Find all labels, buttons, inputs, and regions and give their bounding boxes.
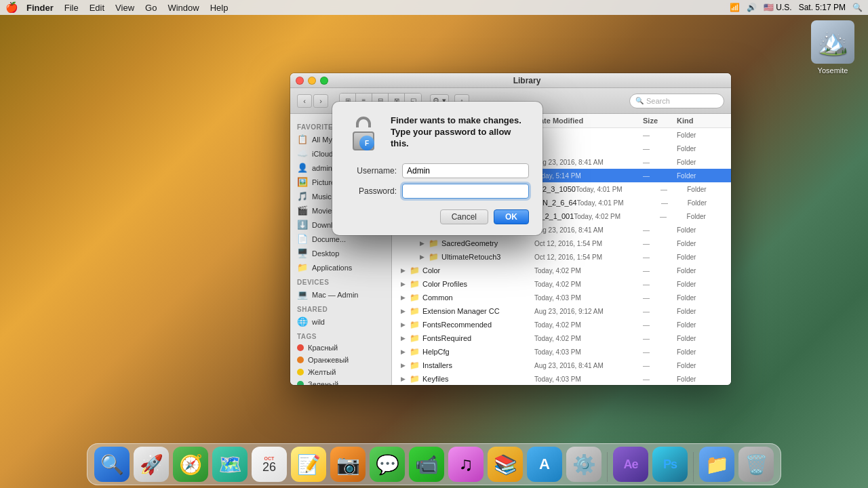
dock-books[interactable]: 📚 — [488, 447, 523, 482]
tag-label: Оранжевый — [308, 356, 349, 364]
menubar-search[interactable]: 🔍 — [852, 3, 863, 12]
dock-launchpad[interactable]: 🚀 — [134, 447, 169, 482]
row-toggle-icon: ▶ — [399, 335, 407, 342]
row-kind: Folder — [677, 159, 724, 166]
table-row[interactable]: ▶ 📁 FontsRecommended Today, 4:02 PM — Fo… — [392, 318, 731, 331]
row-kind: Folder — [688, 199, 724, 207]
maximize-button[interactable] — [320, 77, 328, 85]
sidebar-tag-green[interactable]: Зеленый — [290, 378, 391, 385]
sidebar-item-desktop[interactable]: 🖥️ Desktop — [290, 246, 391, 260]
row-toggle-icon: ▶ — [399, 321, 407, 328]
dock-calendar[interactable]: OCT 26 — [252, 447, 287, 482]
sidebar-item-applications[interactable]: 📁 Applications — [290, 260, 391, 274]
row-filename: HelpCfg — [422, 348, 450, 356]
dock-trash[interactable]: 🗑️ — [738, 447, 774, 482]
dock-appstore[interactable]: A — [527, 447, 562, 482]
sidebar-item-mac[interactable]: 💻 Mac — Admin — [290, 287, 391, 302]
row-size: — — [643, 226, 677, 234]
dock-itunes[interactable]: ♫ — [448, 447, 484, 482]
dock-safari[interactable]: 🧭 — [173, 447, 208, 482]
menu-edit[interactable]: Edit — [90, 3, 104, 13]
table-row[interactable]: ▶ 📁 HelpCfg Today, 4:03 PM — Folder — [392, 345, 731, 359]
row-date: Today, 4:02 PM — [534, 281, 643, 288]
apple-menu[interactable]: 🍎 — [5, 1, 18, 14]
folder-icon: 📁 — [410, 361, 420, 370]
row-size: — — [643, 321, 677, 329]
tag-label: Зеленый — [308, 380, 338, 385]
kind-column-header[interactable]: Kind — [677, 117, 724, 125]
dock-sysprefs[interactable]: ⚙️ — [566, 447, 601, 482]
size-column-header[interactable]: Size — [643, 117, 677, 125]
menubar-locale[interactable]: 🇺🇸 U.S. — [764, 3, 792, 12]
dock-ps[interactable]: Ps — [652, 447, 688, 482]
sidebar-item-wild[interactable]: 🌐 wild — [290, 314, 391, 329]
auth-dialog: F Finder wants to make changes. Type you… — [332, 102, 542, 235]
menubar-volume[interactable]: 🔊 — [747, 3, 757, 12]
table-row[interactable]: ▶ 📁 SacredGeometry Oct 12, 2016, 1:54 PM… — [392, 237, 731, 250]
cancel-button[interactable]: Cancel — [440, 209, 488, 224]
row-filename: UltimateRetouch3 — [441, 253, 500, 261]
dock-ae[interactable]: Ae — [613, 447, 648, 482]
row-size: — — [643, 335, 677, 342]
table-row[interactable]: ▶ 📁 Installers Aug 23, 2016, 8:41 AM — F… — [392, 359, 731, 372]
table-row[interactable]: ▶ 📁 UltimateRetouch3 Oct 12, 2016, 1:54 … — [392, 250, 731, 264]
menu-help[interactable]: Help — [210, 3, 229, 13]
table-row[interactable]: ▶ 📁 Keyfiles Today, 4:03 PM — Folder — [392, 372, 731, 385]
window-controls[interactable] — [296, 77, 328, 85]
row-date: Today, 4:02 PM — [534, 321, 643, 329]
close-button[interactable] — [296, 77, 304, 85]
finder-titlebar: Library — [290, 73, 731, 88]
folder-icon: 📁 — [429, 252, 439, 262]
sidebar-item-label: Music — [312, 192, 332, 201]
menu-file[interactable]: File — [64, 3, 79, 13]
dock-finder[interactable]: 🔍 — [94, 447, 130, 482]
lock-body: F — [353, 131, 374, 150]
row-size: — — [643, 267, 677, 274]
password-input[interactable] — [402, 184, 529, 199]
row-date: Oct 12, 2016, 1:54 PM — [534, 253, 643, 261]
sidebar-tag-yellow[interactable]: Желтый — [290, 366, 391, 378]
table-row[interactable]: ▶ 📁 FontsRequired Today, 4:02 PM — Folde… — [392, 331, 731, 345]
menubar-wifi[interactable]: 📶 — [730, 3, 740, 12]
row-date: Today, 4:03 PM — [534, 348, 643, 356]
minimize-button[interactable] — [308, 77, 316, 85]
ok-button[interactable]: OK — [494, 209, 529, 224]
table-row[interactable]: ▶ 📁 Extension Manager CC Aug 23, 2016, 9… — [392, 304, 731, 318]
yosemite-desktop-icon[interactable]: 🏔️ Yosemite — [811, 20, 854, 75]
sidebar-item-label: admin — [312, 164, 332, 172]
sidebar-tag-orange[interactable]: Оранжевый — [290, 354, 391, 366]
dialog-fields: Username: Password: — [346, 163, 529, 199]
row-date: Oct 12, 2016, 1:54 PM — [534, 240, 643, 247]
date-column-header[interactable]: Date Modified — [534, 117, 643, 125]
username-input[interactable] — [402, 163, 529, 178]
dock-maps[interactable]: 🗺️ — [212, 447, 248, 482]
finder-badge: F — [359, 136, 374, 150]
search-field[interactable]: 🔍 Search — [629, 94, 724, 108]
menu-window[interactable]: Window — [167, 3, 199, 13]
dock-photos[interactable]: 📷 — [330, 447, 366, 482]
menu-go[interactable]: Go — [145, 3, 157, 13]
tag-label: Красный — [308, 344, 338, 352]
menu-finder[interactable]: Finder — [26, 3, 54, 13]
all-files-icon: 📋 — [297, 134, 308, 144]
menu-view[interactable]: View — [115, 3, 134, 13]
table-row[interactable]: ▶ 📁 Color Profiles Today, 4:02 PM — Fold… — [392, 277, 731, 291]
back-button[interactable]: ‹ — [297, 94, 312, 108]
row-size: — — [643, 253, 677, 261]
table-row[interactable]: ▶ 📁 Color Today, 4:02 PM — Folder — [392, 264, 731, 277]
row-kind: Folder — [677, 321, 724, 329]
row-toggle-icon: ▶ — [399, 267, 407, 274]
row-size: — — [643, 159, 677, 166]
row-size: — — [643, 308, 677, 315]
sidebar-item-label: Applications — [312, 264, 352, 272]
table-row[interactable]: ▶ 📁 Common Today, 4:03 PM — Folder — [392, 291, 731, 304]
dock-folder[interactable]: 📁 — [699, 447, 734, 482]
sidebar-tag-red[interactable]: Красный — [290, 342, 391, 354]
row-size: — — [660, 213, 687, 220]
row-kind: Folder — [677, 267, 724, 274]
dock-facetime[interactable]: 📹 — [409, 447, 444, 482]
documents-icon: 📄 — [297, 234, 308, 244]
dock-notes[interactable]: 📝 — [291, 447, 326, 482]
forward-button[interactable]: › — [313, 94, 328, 108]
dock-messages[interactable]: 💬 — [370, 447, 405, 482]
